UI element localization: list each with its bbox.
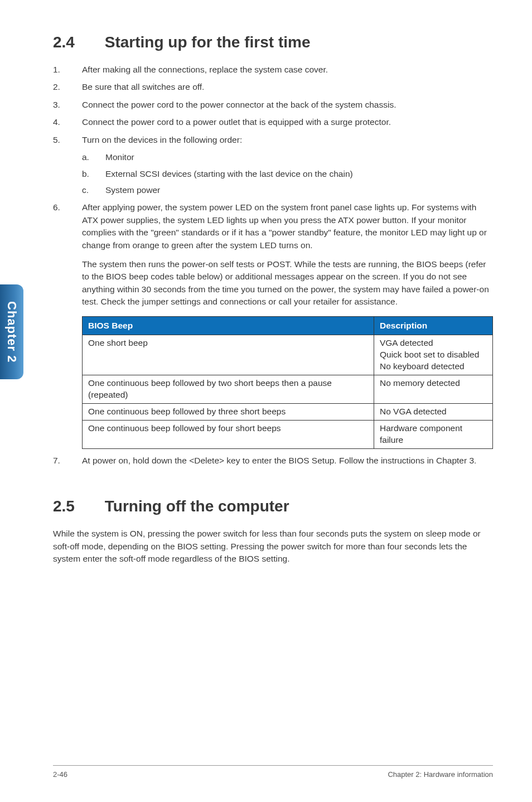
table-row: One continuous beep followed by four sho…: [83, 420, 493, 448]
step-text: After making all the connections, replac…: [82, 65, 328, 74]
step-item: 3. Connect the power cord to the power c…: [53, 99, 493, 111]
section-title-text: Turning off the computer: [105, 497, 289, 515]
table-cell: One short beep: [83, 335, 374, 375]
footer-chapter: Chapter 2: Hardware information: [388, 770, 493, 779]
section-heading-2-5: 2.5 Turning off the computer: [53, 497, 493, 515]
sub-text: System power: [105, 185, 160, 195]
step-item: 4. Connect the power cord to a power out…: [53, 116, 493, 128]
section-number: 2.5: [53, 497, 100, 515]
table-cell: One continuous beep followed by two shor…: [83, 375, 374, 404]
table-row: One continuous beep followed by three sh…: [83, 403, 493, 420]
table-cell: Hardware component failure: [374, 420, 492, 448]
sub-step-item: b. External SCSI devices (starting with …: [82, 167, 493, 180]
step-text: Connect the power cord to the power conn…: [82, 100, 396, 109]
sub-marker: a.: [82, 151, 89, 163]
chapter-side-label: Chapter 2: [4, 301, 19, 363]
step-marker: 2.: [53, 81, 60, 93]
step-marker: 7.: [53, 455, 60, 467]
step-marker: 1.: [53, 64, 60, 76]
step-item: 2. Be sure that all switches are off.: [53, 81, 493, 93]
sub-text: Monitor: [105, 152, 134, 162]
step-marker: 5.: [53, 134, 60, 146]
sub-steps-list: a. Monitor b. External SCSI devices (sta…: [82, 151, 493, 196]
step-item: 5. Turn on the devices in the following …: [53, 134, 493, 196]
table-row: One continuous beep followed by two shor…: [83, 375, 493, 404]
sub-text: External SCSI devices (starting with the…: [105, 169, 353, 178]
table-cell: No VGA detected: [374, 403, 492, 420]
step-text: Connect the power cord to a power outlet…: [82, 117, 391, 127]
step-marker: 4.: [53, 116, 60, 128]
section-title-text: Starting up for the first time: [105, 33, 311, 51]
step-text: Be sure that all switches are off.: [82, 82, 204, 91]
section-number: 2.4: [53, 33, 100, 51]
sub-marker: c.: [82, 183, 89, 196]
table-header: Description: [374, 316, 492, 335]
table-header: BIOS Beep: [83, 316, 374, 335]
section-heading-2-4: 2.4 Starting up for the first time: [53, 33, 493, 51]
step-item: 7. At power on, hold down the <Delete> k…: [53, 455, 493, 467]
table-cell: One continuous beep followed by four sho…: [83, 420, 374, 448]
step-marker: 6.: [53, 201, 60, 214]
sub-step-item: c. System power: [82, 183, 493, 196]
step-text: Turn on the devices in the following ord…: [82, 135, 242, 144]
steps-list: 1. After making all the connections, rep…: [53, 64, 493, 449]
sub-step-item: a. Monitor: [82, 151, 493, 163]
step-text: After applying power, the system power L…: [82, 202, 487, 249]
sub-marker: b.: [82, 167, 89, 180]
step-item: 6. After applying power, the system powe…: [53, 201, 493, 449]
page-footer: 2-46 Chapter 2: Hardware information: [53, 765, 493, 779]
page-number: 2-46: [53, 770, 67, 779]
steps-list-cont: 7. At power on, hold down the <Delete> k…: [53, 455, 493, 467]
step-marker: 3.: [53, 99, 60, 111]
table-cell: One continuous beep followed by three sh…: [83, 403, 374, 420]
step-text: At power on, hold down the <Delete> key …: [82, 456, 476, 465]
table-cell: No memory detected: [374, 375, 492, 404]
bios-beep-table: BIOS Beep Description One short beep VGA…: [82, 316, 493, 449]
step-paragraph: The system then runs the power-on self t…: [82, 258, 493, 308]
table-cell: VGA detected Quick boot set to disabled …: [374, 335, 492, 375]
table-row: One short beep VGA detected Quick boot s…: [83, 335, 493, 375]
step-item: 1. After making all the connections, rep…: [53, 64, 493, 76]
chapter-side-tab: Chapter 2: [0, 284, 23, 379]
section-body: While the system is ON, pressing the pow…: [53, 528, 493, 565]
